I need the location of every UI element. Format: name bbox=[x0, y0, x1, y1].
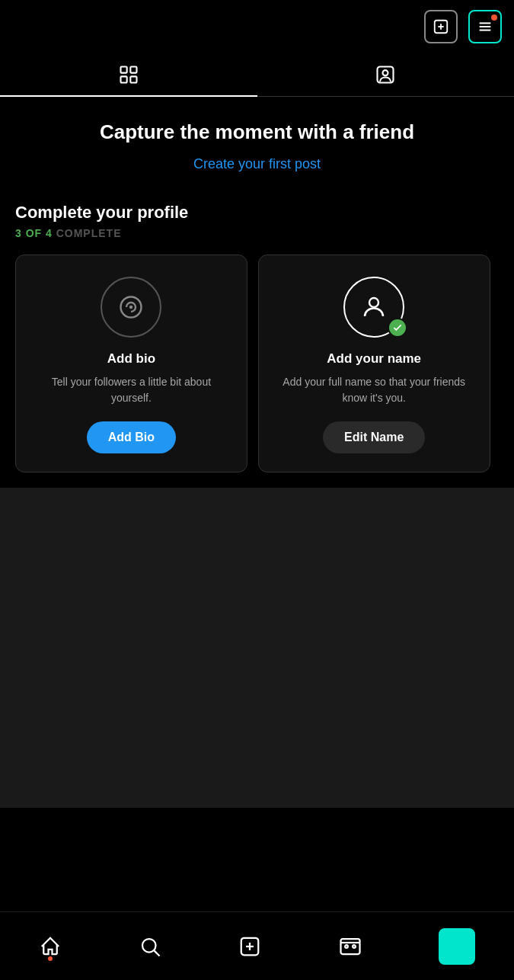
bio-card-title: Add bio bbox=[107, 351, 155, 367]
nav-profile[interactable] bbox=[426, 922, 487, 971]
bio-card-description: Tell your followers a little bit about y… bbox=[31, 374, 231, 406]
menu-button[interactable] bbox=[468, 10, 502, 43]
add-content-button[interactable] bbox=[424, 10, 458, 43]
profile-cards-row: Add bio Tell your followers a little bit… bbox=[15, 255, 499, 472]
nav-search[interactable] bbox=[126, 929, 174, 964]
add-bio-card: Add bio Tell your followers a little bit… bbox=[15, 255, 247, 472]
tab-profile[interactable] bbox=[257, 53, 515, 96]
svg-line-16 bbox=[155, 950, 160, 956]
tabs-container bbox=[0, 53, 514, 97]
top-bar bbox=[0, 0, 514, 53]
create-post-link[interactable]: Create your first post bbox=[15, 156, 499, 172]
home-dot bbox=[48, 956, 53, 961]
name-icon-container bbox=[343, 277, 404, 338]
completed-badge bbox=[388, 318, 407, 338]
svg-rect-7 bbox=[130, 67, 136, 73]
bottom-nav bbox=[0, 911, 514, 980]
svg-point-13 bbox=[129, 306, 133, 309]
bio-circle bbox=[101, 277, 161, 338]
svg-rect-6 bbox=[120, 67, 126, 73]
notification-dot bbox=[491, 14, 497, 21]
add-name-card: Add your name Add your full name so that… bbox=[258, 255, 490, 472]
svg-point-15 bbox=[142, 939, 156, 953]
name-card-description: Add your full name so that your friends … bbox=[274, 374, 474, 406]
svg-point-11 bbox=[383, 70, 388, 75]
svg-point-22 bbox=[353, 945, 356, 948]
nav-add[interactable] bbox=[226, 929, 273, 964]
profile-subtitle-rest: COMPLETE bbox=[53, 227, 122, 239]
svg-point-21 bbox=[345, 945, 348, 948]
main-content: Capture the moment with a friend Create … bbox=[0, 97, 514, 488]
profile-count: 3 OF 4 bbox=[15, 227, 53, 239]
name-card-title: Add your name bbox=[327, 351, 421, 367]
tab-grid[interactable] bbox=[0, 53, 257, 96]
svg-rect-8 bbox=[120, 76, 126, 82]
bio-icon-container bbox=[101, 277, 161, 338]
nav-reels[interactable] bbox=[327, 929, 374, 964]
complete-profile-title: Complete your profile bbox=[15, 203, 499, 223]
profile-box bbox=[439, 928, 475, 965]
gray-section bbox=[0, 488, 514, 808]
edit-name-button[interactable]: Edit Name bbox=[323, 421, 425, 453]
svg-point-14 bbox=[369, 298, 378, 307]
svg-rect-20 bbox=[340, 939, 359, 954]
svg-rect-9 bbox=[130, 76, 136, 82]
capture-title: Capture the moment with a friend bbox=[15, 120, 499, 146]
add-bio-button[interactable]: Add Bio bbox=[87, 421, 176, 453]
complete-profile-subtitle: 3 OF 4 COMPLETE bbox=[15, 227, 499, 239]
nav-home[interactable] bbox=[27, 929, 74, 964]
